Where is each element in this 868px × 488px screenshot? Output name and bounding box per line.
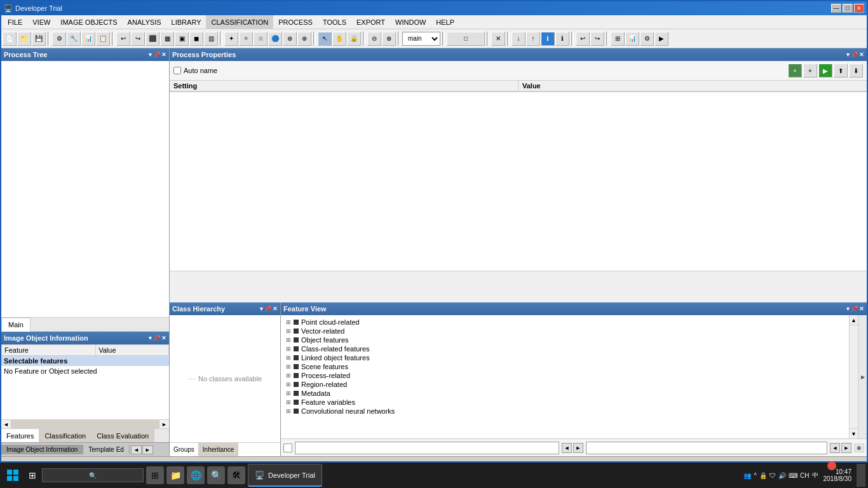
minimize-button[interactable]: — (831, 4, 841, 13)
scroll-right-btn[interactable]: ► (159, 420, 169, 428)
tb-info2-btn[interactable]: ℹ (555, 32, 569, 46)
menu-process[interactable]: PROCESS (273, 15, 318, 29)
tb-hand-btn[interactable]: ✋ (332, 32, 346, 46)
menu-window[interactable]: WINDOW (390, 15, 431, 29)
tb-btn-12[interactable]: ▣ (175, 32, 189, 46)
menu-classification[interactable]: CLASSIFICATION (206, 15, 273, 29)
expand-icon-5[interactable]: ⊞ (286, 363, 291, 370)
process-tree-close-icon[interactable]: ✕ (161, 51, 166, 58)
expand-icon-0[interactable]: ⊞ (286, 319, 291, 325)
tb-save-btn[interactable]: 💾 (32, 32, 46, 46)
taskbar-icon-1[interactable]: ⊞ (146, 466, 164, 484)
tab-groups[interactable]: Groups (170, 443, 199, 456)
developer-trial-taskbar-item[interactable]: 🖥️ Developer Trial (248, 464, 322, 487)
tb-chart-btn[interactable]: 📊 (625, 32, 639, 46)
feature-item-7[interactable]: ⊞ Region-related (281, 380, 849, 389)
tb-btn-4[interactable]: ⚙ (52, 32, 66, 46)
tb-btn-8[interactable]: ↩ (116, 32, 130, 46)
lower-tab-nav-left[interactable]: ◄ (131, 445, 142, 454)
tab-inheritance[interactable]: Inheritance (199, 443, 238, 456)
tb-btn-25[interactable]: □ (447, 32, 485, 46)
fv-checkbox[interactable] (283, 444, 292, 452)
lower-tab-template-ed[interactable]: Template Ed (83, 445, 130, 454)
fv-search-input[interactable] (295, 442, 559, 454)
fv-nav-next-btn[interactable]: ► (573, 443, 583, 453)
tb-btn-16[interactable]: ✧ (239, 32, 253, 46)
expand-icon-6[interactable]: ⊞ (286, 372, 291, 379)
image-obj-pin-icon[interactable]: 📌 (153, 335, 160, 341)
expand-icon-8[interactable]: ⊞ (286, 390, 291, 396)
tb-btn-11[interactable]: ▦ (160, 32, 174, 46)
process-tree-pin-icon[interactable]: 📌 (153, 51, 160, 58)
feature-item-10[interactable]: ⊞ Convolutional neural networks (281, 407, 849, 416)
expand-icon-1[interactable]: ⊞ (286, 328, 291, 334)
main-dropdown[interactable]: main (402, 32, 440, 46)
close-button[interactable]: ✕ (854, 4, 864, 13)
tb-run-btn[interactable]: ▶ (654, 32, 668, 46)
tb-new-btn[interactable]: 📄 (3, 32, 17, 46)
process-props-pin-icon[interactable]: 📌 (851, 51, 858, 58)
image-obj-dropdown-icon[interactable]: ▾ (149, 335, 152, 341)
feature-item-8[interactable]: ⊞ Metadata (281, 389, 849, 398)
feature-item-5[interactable]: ⊞ Scene features (281, 362, 849, 371)
class-hierarchy-dropdown-icon[interactable]: ▾ (260, 306, 263, 312)
tb-btn-14[interactable]: ▥ (204, 32, 218, 46)
taskbar-task-view-btn[interactable]: ⊞ (25, 468, 39, 482)
tb-btn-24[interactable]: ⊕ (382, 32, 396, 46)
tab-main[interactable]: Main (1, 318, 31, 332)
feature-view-pin-icon[interactable]: 📌 (851, 306, 858, 312)
tb-btn-23[interactable]: ⊖ (367, 32, 381, 46)
tb-btn-13[interactable]: ◼ (189, 32, 203, 46)
expand-icon-2[interactable]: ⊞ (286, 337, 291, 343)
tray-network-icon[interactable]: 🔒 (759, 472, 767, 479)
menu-library[interactable]: LIBRARY (166, 15, 207, 29)
expand-icon-10[interactable]: ⊞ (286, 408, 291, 414)
tb-undo-btn[interactable]: ↩ (576, 32, 590, 46)
menu-tools[interactable]: TOOLS (318, 15, 351, 29)
lower-tab-nav-right[interactable]: ► (142, 445, 153, 454)
tab-features[interactable]: Features (1, 429, 39, 442)
tb-btn-6[interactable]: 📊 (81, 32, 95, 46)
feature-view-dropdown-icon[interactable]: ▾ (846, 306, 850, 312)
process-props-close-icon[interactable]: ✕ (859, 51, 864, 58)
scroll-left-btn[interactable]: ◄ (1, 420, 11, 428)
feature-item-6[interactable]: ⊞ Process-related (281, 371, 849, 380)
tray-ime-icon[interactable]: 中 (812, 471, 818, 480)
fv-right-handle[interactable]: ▶ (858, 315, 867, 438)
props-add-btn[interactable]: + (788, 64, 802, 78)
feature-scrollbar[interactable]: ▲ ▼ (849, 315, 858, 438)
fv-nav-prev-btn[interactable]: ◄ (562, 443, 572, 453)
tab-class-evaluation[interactable]: Class Evaluation (92, 429, 154, 442)
tb-settings-btn[interactable]: ⚙ (640, 32, 654, 46)
tb-btn-5[interactable]: 🔧 (67, 32, 81, 46)
feature-item-9[interactable]: ⊞ Feature variables (281, 398, 849, 407)
start-button[interactable] (3, 465, 23, 485)
expand-icon-3[interactable]: ⊞ (286, 346, 291, 352)
props-down-btn[interactable]: ⬇ (849, 64, 863, 78)
feature-item-1[interactable]: ⊞ Vector-related (281, 327, 849, 336)
tb-btn-17[interactable]: ☆ (254, 32, 268, 46)
tray-chevron-icon[interactable]: ^ (754, 472, 757, 479)
expand-icon-4[interactable]: ⊞ (286, 355, 291, 361)
h-scrollbar[interactable]: ◄ ► (1, 419, 169, 428)
taskbar-icon-4[interactable]: 🔍 (207, 466, 225, 484)
tb-btn-15[interactable]: ✦ (224, 32, 238, 46)
expand-icon-7[interactable]: ⊞ (286, 381, 291, 388)
props-back-btn[interactable]: ⬆ (834, 64, 848, 78)
tb-btn-19[interactable]: ⊕ (283, 32, 297, 46)
show-desktop-btn[interactable] (857, 464, 865, 487)
maximize-button[interactable]: □ (843, 4, 853, 13)
fv-scroll-down-btn[interactable]: ▼ (850, 428, 858, 438)
expand-icon-9[interactable]: ⊞ (286, 399, 291, 405)
props-play-btn[interactable]: ▶ (818, 64, 832, 78)
menu-analysis[interactable]: ANALYSIS (123, 15, 166, 29)
tb-grid-btn[interactable]: ⊞ (611, 32, 625, 46)
feature-item-0[interactable]: ⊞ Point cloud-related (281, 318, 849, 327)
tb-btn-20[interactable]: ⊗ (297, 32, 311, 46)
fv-nav2-prev-btn[interactable]: ◄ (830, 443, 840, 453)
fv-expand-btn[interactable]: ⊕ (854, 444, 864, 452)
clock[interactable]: 10:47 2018/8/30 (824, 468, 852, 482)
image-obj-close-icon[interactable]: ✕ (161, 335, 166, 341)
tb-open-btn[interactable]: 📁 (17, 32, 31, 46)
menu-file[interactable]: FILE (3, 15, 27, 29)
